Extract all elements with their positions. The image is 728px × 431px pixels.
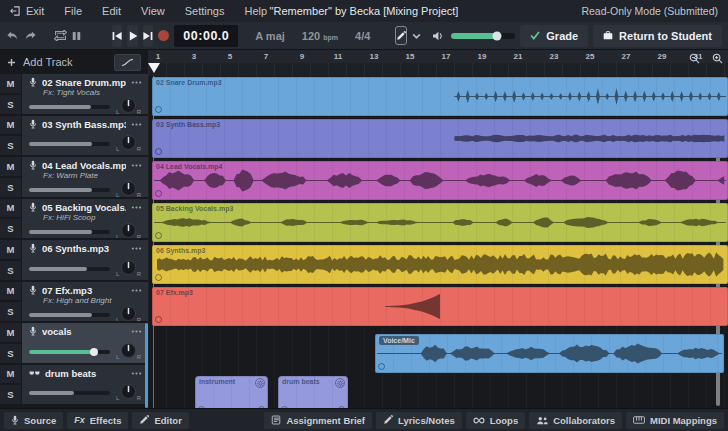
track-controls[interactable]: 07 Efx.mp3Fx: High and BrightLR [22, 282, 148, 322]
menu-item-edit[interactable]: Edit [92, 0, 131, 22]
pan-knob[interactable]: LR [115, 342, 142, 361]
fade-handle[interactable] [155, 274, 162, 281]
solo-button[interactable]: S [0, 176, 21, 197]
mute-button[interactable]: M [0, 323, 21, 342]
audio-clip[interactable]: 07 Efx.mp3 [152, 287, 728, 326]
tab-editor[interactable]: Editor [132, 412, 188, 429]
gear-icon[interactable] [335, 378, 345, 388]
playhead-marker[interactable] [148, 63, 160, 73]
mute-button[interactable]: M [0, 199, 21, 218]
track-menu-button[interactable] [131, 372, 142, 375]
midi-clip[interactable]: drum beats [278, 376, 348, 408]
track-controls[interactable]: 02 Snare Drum.mp3Fx: Tight VocalsLR [22, 74, 148, 114]
grade-button[interactable]: Grade [520, 25, 588, 47]
master-volume-slider[interactable] [451, 33, 515, 39]
tab-assignment-brief[interactable]: Assignment Brief [264, 412, 372, 429]
play-button[interactable] [127, 25, 137, 47]
audio-clip[interactable]: 05 Backing Vocals.mp3 [152, 203, 728, 242]
menu-item-settings[interactable]: Settings [175, 0, 235, 22]
audio-clip[interactable]: 03 Synth Bass.mp3 [152, 119, 728, 158]
mute-button[interactable]: M [0, 282, 21, 301]
track-volume-slider[interactable] [29, 350, 110, 354]
mute-button[interactable]: M [0, 157, 21, 176]
gear-icon[interactable] [255, 378, 265, 388]
track-volume-slider[interactable] [29, 267, 110, 271]
automation-curve-button[interactable] [114, 54, 141, 71]
audio-clip[interactable]: 04 Lead Vocals.mp4 [152, 161, 728, 200]
volume-handle[interactable] [90, 348, 98, 356]
exit-button[interactable]: Exit [10, 0, 54, 22]
tab-loops[interactable]: Loops [466, 412, 526, 429]
double-bars-icon[interactable] [72, 26, 81, 46]
track-menu-button[interactable] [131, 289, 142, 292]
zoom-out-button[interactable] [689, 53, 700, 64]
pan-knob[interactable]: LR [115, 383, 142, 402]
pan-knob[interactable]: LR [115, 222, 142, 239]
mute-button[interactable]: M [0, 74, 21, 93]
tab-lyrics-notes[interactable]: Lyrics/Notes [376, 412, 462, 429]
skip-to-start-button[interactable] [112, 25, 122, 47]
solo-button[interactable]: S [0, 134, 21, 155]
pan-knob[interactable]: LR [115, 305, 142, 322]
undo-button[interactable] [6, 26, 19, 46]
time-display[interactable]: 00:00.0 [174, 25, 238, 47]
track-volume-slider[interactable] [29, 105, 110, 109]
redo-button[interactable] [24, 26, 37, 46]
pan-knob[interactable]: LR [115, 134, 142, 153]
edit-tool-button[interactable] [395, 26, 407, 45]
track-menu-button[interactable] [131, 81, 142, 84]
solo-button[interactable]: S [0, 300, 21, 321]
track-menu-button[interactable] [131, 247, 142, 250]
midi-clip[interactable]: instrument [195, 376, 268, 408]
fade-handle[interactable] [155, 316, 162, 323]
track-controls[interactable]: 06 Synths.mp3LR [22, 240, 148, 280]
zoom-in-button[interactable] [712, 53, 723, 64]
track-volume-slider[interactable] [29, 230, 110, 234]
tool-dropdown-chevron[interactable] [412, 26, 421, 45]
tab-source[interactable]: Source [4, 412, 63, 429]
key-signature[interactable]: A maj [249, 30, 291, 42]
loop-icon[interactable] [54, 26, 67, 46]
tab-midi-mappings[interactable]: MIDI Mappings [626, 412, 724, 429]
return-to-student-button[interactable]: Return to Student [593, 25, 722, 47]
audio-clip[interactable]: 02 Snare Drum.mp3 [152, 77, 728, 116]
volume-handle[interactable] [493, 31, 502, 40]
timeline-ruler[interactable]: 135791113151719212325272931 [148, 50, 728, 76]
audio-clip[interactable]: Voice/Mic [375, 334, 724, 373]
fade-handle[interactable] [155, 232, 162, 239]
track-volume-slider[interactable] [29, 391, 110, 395]
track-menu-button[interactable] [131, 164, 142, 167]
track-menu-button[interactable] [131, 206, 142, 209]
mute-button[interactable]: M [0, 116, 21, 135]
pan-knob[interactable]: LR [115, 259, 142, 278]
solo-button[interactable]: S [0, 342, 21, 363]
fade-handle[interactable] [155, 148, 162, 155]
tab-collaborators[interactable]: Collaborators [529, 412, 622, 429]
add-track-button[interactable]: Add Track [7, 56, 73, 68]
mute-button[interactable]: M [0, 365, 21, 384]
track-controls[interactable]: 03 Synth Bass.mp3LR [22, 116, 148, 156]
track-menu-button[interactable] [131, 123, 142, 126]
pan-knob[interactable]: LR [115, 180, 142, 197]
solo-button[interactable]: S [0, 259, 21, 280]
track-volume-slider[interactable] [29, 142, 110, 146]
menu-item-view[interactable]: View [131, 0, 175, 22]
fade-handle[interactable] [378, 363, 385, 370]
fade-handle[interactable] [155, 190, 162, 197]
audio-clip[interactable]: 06 Synths.mp3 [152, 245, 728, 284]
track-volume-slider[interactable] [29, 313, 110, 317]
track-volume-slider[interactable] [29, 188, 110, 192]
track-controls[interactable]: 04 Lead Vocals.mp3Fx: Warm PlateLR [22, 157, 148, 197]
skip-to-end-button[interactable] [143, 25, 153, 47]
mute-button[interactable]: M [0, 240, 21, 259]
tab-effects[interactable]: FxEffects [67, 412, 128, 429]
track-controls[interactable]: vocalsLR [22, 323, 148, 363]
record-button[interactable] [158, 25, 169, 47]
time-signature[interactable]: 4/4 [349, 30, 376, 42]
fade-handle[interactable] [155, 106, 162, 113]
track-controls[interactable]: drum beatsLR [22, 365, 148, 405]
solo-button[interactable]: S [0, 93, 21, 114]
menu-item-file[interactable]: File [54, 0, 92, 22]
solo-button[interactable]: S [0, 217, 21, 238]
pan-knob[interactable]: LR [115, 97, 142, 114]
